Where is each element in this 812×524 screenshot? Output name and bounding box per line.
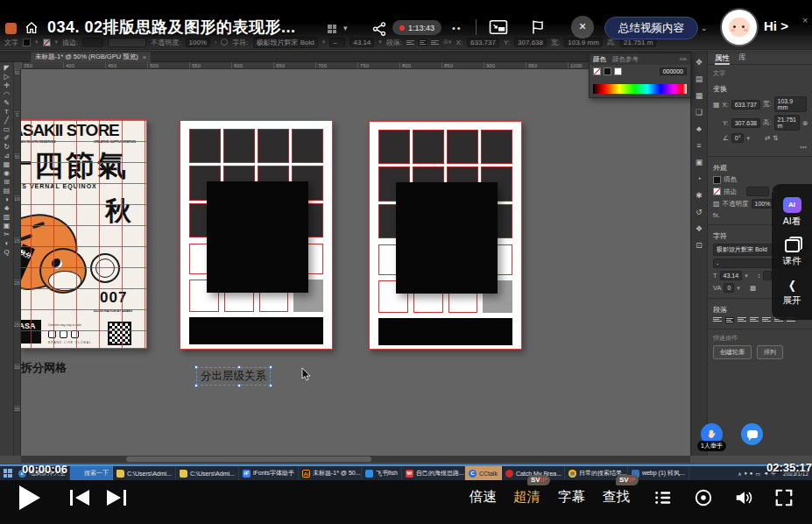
volume-icon[interactable] — [734, 488, 753, 507]
taskbar-item: iF iFonts字体助手 — [239, 466, 299, 480]
courseware-icon — [785, 239, 800, 252]
svip-badge: SVIP — [616, 475, 639, 485]
taskbar-item-label: 未标题-1* @ 50... — [313, 469, 361, 478]
panel-icon: ▦ — [695, 91, 703, 100]
tab-properties: 属性 — [715, 51, 730, 65]
ruler-tick: 150 — [14, 237, 20, 280]
tracking-value: 0 — [724, 283, 734, 293]
chevron-down-icon[interactable]: ⌄ — [701, 24, 708, 32]
raise-hand-badge: 1人举手 — [697, 441, 726, 451]
tool-icon: T — [4, 108, 9, 116]
playback-speed-button[interactable]: 倍速 — [470, 488, 497, 506]
chevron-down-icon[interactable]: ▾ — [343, 24, 348, 32]
corner-close-icon[interactable]: × — [802, 15, 808, 25]
tool-icon: ◑ — [4, 195, 9, 203]
more-options-icon[interactable]: •• — [452, 23, 462, 33]
color-panel: 颜色 颜色参考 »≡ 000000 — [589, 53, 691, 98]
annotation-hierarchy-selected: 分出层级关系 — [196, 367, 271, 386]
ai-watch-button[interactable]: AI AI看 — [783, 197, 801, 228]
app-icon — [505, 470, 513, 478]
expand-label: 展开 — [783, 294, 801, 307]
app-icon — [365, 470, 373, 478]
panel-icon: ❖ — [695, 224, 703, 233]
align-left-icon — [713, 317, 722, 323]
tool-icon: ↻ — [4, 143, 10, 151]
document-tab-label: 未标题-1* @ 50% (RGB/GPU 预览) — [35, 53, 138, 61]
scrollbar-thumb[interactable] — [126, 457, 371, 462]
record-icon[interactable] — [694, 488, 713, 507]
panel-icon: ✱ — [695, 191, 703, 200]
summarize-video-button[interactable]: 总结视频内容 — [604, 17, 698, 39]
playlist-grid-icon[interactable] — [328, 25, 336, 33]
chat-bubble-icon — [747, 430, 758, 438]
assistant-avatar[interactable] — [722, 10, 757, 45]
tray-expand-icon: ∧ — [738, 471, 741, 477]
artboard-2 — [180, 120, 333, 350]
taskbar-item: C CCtalk — [465, 466, 502, 480]
fullscreen-icon[interactable] — [774, 488, 794, 507]
app-icon: W — [406, 470, 413, 478]
opacity-value: 100% — [752, 199, 774, 209]
horizontal-scrollbar[interactable] — [21, 456, 690, 463]
poster-solar-terms: 二十四節氣 — [21, 146, 129, 186]
reference-point-icon: ▦ — [713, 101, 720, 109]
ruler-tick: 350 — [21, 62, 63, 68]
quality-button[interactable]: 超清 — [513, 488, 540, 506]
recording-dot-icon — [399, 25, 405, 31]
taskbar-item-label: CCtalk — [479, 471, 498, 477]
align-center-icon — [725, 317, 734, 323]
fill-swatch — [713, 176, 721, 184]
transform-header: 变换 — [713, 84, 807, 94]
taskbar-item-label: 自己的海报思路... — [416, 469, 464, 478]
app-icon: iF — [243, 470, 251, 478]
black-bar — [189, 317, 323, 344]
play-button[interactable] — [19, 485, 40, 510]
subtitles-button[interactable]: 字幕 — [558, 488, 585, 506]
avatar-eye — [733, 25, 736, 28]
poster-rights: ©ASAKII RIGHTS RESERVED — [21, 140, 56, 144]
chevron-down-icon: ▾ — [745, 273, 748, 280]
app-icon: Ai — [302, 470, 310, 478]
hex-value: 000000 — [660, 67, 687, 75]
courseware-button[interactable]: 课件 — [783, 239, 801, 267]
tool-icon: ⊿ — [4, 152, 10, 159]
recording-timer[interactable]: 1:13:43 — [392, 20, 441, 35]
poster-brand: ASAKII STORE — [21, 121, 119, 140]
tab-libraries: 库 — [738, 53, 746, 63]
poster-number: 007 — [100, 289, 127, 307]
playlist-icon[interactable] — [653, 488, 673, 507]
player-top-bar: 034. 02排版思路及图形的表现形... ▾ 1:13:43 •• × 总结视… — [0, 0, 812, 46]
ruler-tick: 800 — [399, 62, 441, 68]
divider — [476, 19, 477, 35]
recording-time: 1:13:43 — [408, 24, 434, 32]
find-button[interactable]: 查找 — [603, 488, 630, 506]
video-title: 034. 02排版思路及图形的表现形... — [47, 17, 296, 38]
annotation-text: 分出层级关系 — [201, 370, 266, 382]
close-icon[interactable]: × — [571, 16, 594, 39]
ai-watch-label: AI看 — [783, 216, 801, 228]
home-icon[interactable] — [25, 21, 39, 35]
taskbar-item-label: 飞书fish — [376, 469, 398, 478]
display-icon: ▭ — [755, 471, 760, 477]
chat-button[interactable] — [741, 423, 763, 445]
stroke-swatch — [713, 188, 721, 195]
next-button[interactable] — [105, 489, 128, 506]
tool-icon: ◤ — [4, 64, 9, 72]
previous-button[interactable] — [68, 489, 91, 506]
appearance-header: 外观 — [713, 163, 807, 173]
chevron-left-icon: ❮ — [788, 279, 796, 292]
video-content[interactable]: 文字 ▾ ▾ 描边: 不透明度: 100% › 字符: 极影毁片辉宋 Bold▾… — [0, 25, 812, 480]
picture-in-picture-icon[interactable] — [489, 19, 508, 35]
assistant-greeting[interactable]: Hi > — [764, 18, 788, 33]
share-icon[interactable] — [371, 21, 387, 37]
ruler-tick: 200 — [14, 280, 20, 322]
color-spectrum — [593, 84, 687, 94]
selection-handle — [237, 365, 241, 369]
selection-handle — [269, 384, 272, 387]
tiger-muzzle — [48, 271, 81, 291]
ruler-tick: 950 — [526, 62, 568, 68]
expand-button[interactable]: ❮ 展开 — [783, 279, 801, 307]
close-tab-icon: × — [143, 53, 146, 61]
flag-icon[interactable] — [529, 18, 547, 36]
height-value: 21.751 m — [774, 115, 800, 131]
